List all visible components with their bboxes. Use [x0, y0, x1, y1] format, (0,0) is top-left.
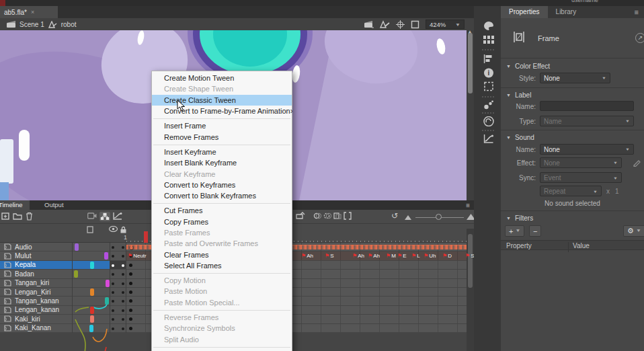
tab-timeline[interactable]: Timeline — [0, 200, 30, 210]
context-menu-item[interactable]: Clear Frames — [152, 249, 292, 260]
center-stage-icon[interactable] — [396, 20, 405, 29]
info-icon[interactable]: i — [484, 68, 494, 78]
layer-visibility-dot[interactable] — [112, 264, 114, 267]
layer-lock-dot[interactable] — [122, 273, 124, 276]
edit-symbols-icon[interactable] — [380, 20, 390, 28]
new-layer-icon[interactable] — [1, 212, 10, 221]
edit-sound-pencil-icon[interactable] — [633, 159, 641, 167]
context-menu-item[interactable]: Insert Keyframe — [152, 147, 292, 157]
playhead[interactable] — [144, 231, 148, 243]
brush-library-icon[interactable] — [484, 100, 494, 110]
label-name-input[interactable] — [540, 101, 634, 111]
close-tab-icon[interactable]: × — [31, 9, 34, 15]
align-icon[interactable] — [484, 54, 494, 63]
keyframe-label[interactable]: ⚑ M — [386, 253, 396, 259]
parent-swatch[interactable] — [106, 280, 110, 287]
keyframe-label[interactable]: ⚑ Uh — [424, 253, 436, 259]
context-menu-item[interactable]: Paste and Overwrite Frames — [152, 238, 292, 249]
context-menu-item[interactable]: Create Motion Tween — [152, 73, 292, 83]
help-icon[interactable]: ↗ — [635, 33, 644, 43]
context-menu-item[interactable]: Create Shape Tween — [152, 83, 292, 94]
document-tab[interactable]: ab5.fla* × — [0, 6, 58, 18]
context-menu-item[interactable]: Create Classic Tween — [152, 95, 292, 106]
new-folder-icon[interactable] — [13, 212, 22, 220]
layer-row[interactable]: Kaki_kiri — [0, 315, 126, 323]
keyframe-label[interactable]: ⚑ S — [325, 253, 334, 259]
context-menu-item[interactable]: Paste Motion — [152, 286, 292, 297]
parent-swatch[interactable] — [105, 297, 109, 305]
layer-visibility-dot[interactable] — [112, 309, 114, 312]
zoom-out-frames-icon[interactable] — [405, 215, 411, 220]
motion-editor-icon[interactable] — [484, 134, 494, 143]
zoom-level-select[interactable]: 424% ▼ — [426, 20, 465, 29]
keyframe-label[interactable]: ⚑ E — [397, 253, 407, 259]
context-menu-item[interactable]: Synchronize Symbols — [152, 323, 292, 334]
layer-row[interactable]: Lengan_Kiri — [0, 288, 126, 297]
layer-lock-dot[interactable] — [122, 246, 124, 249]
add-filter-button[interactable]: + ▼ — [505, 225, 524, 237]
layer-visibility-dot[interactable] — [112, 318, 114, 321]
scrollbar-thumb[interactable] — [468, 33, 473, 93]
parent-swatch[interactable] — [75, 243, 79, 251]
parent-swatch[interactable] — [74, 270, 78, 278]
keyframe-label[interactable]: ⚑ Ah — [368, 253, 380, 259]
context-menu-item[interactable]: Paste Frames — [152, 227, 292, 238]
modify-markers-icon[interactable] — [344, 212, 352, 220]
context-menu-item[interactable]: Split Audio — [152, 334, 292, 345]
layer-visibility-dot[interactable] — [112, 327, 114, 330]
stage-vertical-scrollbar[interactable]: ▲ — [467, 30, 474, 200]
context-menu-item[interactable]: Convert to Keyframes — [152, 180, 292, 190]
parent-swatch[interactable] — [90, 262, 94, 269]
layer-depth-icon[interactable] — [113, 212, 122, 220]
layer-lock-dot[interactable] — [122, 264, 124, 267]
panel-menu-icon[interactable]: ≡ — [466, 202, 470, 209]
tab-output[interactable]: Output — [38, 200, 71, 210]
layer-visibility-dot[interactable] — [112, 282, 114, 285]
onion-skin-icon[interactable] — [313, 212, 321, 220]
camera-icon[interactable] — [87, 212, 97, 219]
layer-lock-dot[interactable] — [122, 318, 124, 321]
context-menu-item[interactable]: Cut Frames — [152, 205, 292, 216]
layer-lock-dot[interactable] — [122, 309, 124, 312]
parent-swatch[interactable] — [90, 307, 94, 314]
sound-name-dropdown[interactable]: None ▼ — [540, 144, 634, 155]
context-menu-item[interactable]: Paste Motion Special... — [152, 297, 292, 308]
layer-parenting-icon[interactable] — [99, 212, 110, 221]
layer-row[interactable]: Tangan_kiri — [0, 279, 126, 288]
onion-skin-outline-icon[interactable] — [323, 212, 331, 220]
filter-options-button[interactable]: ⚙ ▼ — [623, 225, 644, 237]
edit-multiple-frames-icon[interactable] — [333, 212, 341, 220]
breadcrumb-symbol[interactable]: robot — [61, 21, 77, 28]
context-menu-item[interactable]: Clear Keyframe — [152, 168, 292, 179]
context-menu-item[interactable]: Insert Blank Keyframe — [152, 157, 292, 168]
layer-lock-dot[interactable] — [122, 291, 124, 294]
context-menu-item[interactable]: Remove Frames — [152, 131, 292, 142]
section-header[interactable]: ▼ Label — [501, 89, 644, 100]
layer-lock-dot[interactable] — [122, 327, 124, 330]
context-menu-item[interactable]: Convert to Blank Keyframes — [152, 190, 292, 201]
context-menu-item[interactable]: Insert Frame — [152, 120, 292, 131]
edit-scene-icon[interactable] — [364, 21, 374, 28]
parent-swatch[interactable] — [90, 315, 94, 323]
keyframe-label[interactable]: ⚑ L — [411, 253, 420, 259]
style-dropdown[interactable]: None ▼ — [540, 73, 610, 83]
keyframe-label[interactable]: ⚑ S — [465, 253, 475, 259]
reset-timeline-zoom-icon[interactable]: ↺ — [391, 211, 398, 221]
context-menu-item[interactable]: Reverse Frames — [152, 312, 292, 323]
scrollbar-thumb[interactable] — [468, 234, 473, 288]
layer-row[interactable]: Tangan_kanan — [0, 297, 126, 305]
clip-content-icon[interactable] — [411, 20, 419, 29]
layer-visibility-dot[interactable] — [112, 246, 114, 249]
section-header[interactable]: ▼ Color Effect — [501, 60, 644, 71]
layer-row[interactable]: Badan — [0, 270, 126, 278]
timeline-vertical-scrollbar[interactable] — [467, 229, 474, 351]
context-menu-item[interactable]: Copy Motion — [152, 275, 292, 286]
delete-layer-icon[interactable] — [26, 212, 33, 221]
keyframe-label[interactable]: ⚑ Ah — [352, 253, 364, 259]
layer-lock-dot[interactable] — [122, 282, 124, 285]
keyframe-label[interactable]: ⚑ D — [442, 253, 452, 259]
layer-row[interactable]: Audio — [0, 243, 126, 251]
parent-swatch[interactable] — [89, 325, 93, 332]
section-header[interactable]: ▼ Sound — [501, 131, 644, 143]
layer-lock-dot[interactable] — [122, 300, 124, 303]
